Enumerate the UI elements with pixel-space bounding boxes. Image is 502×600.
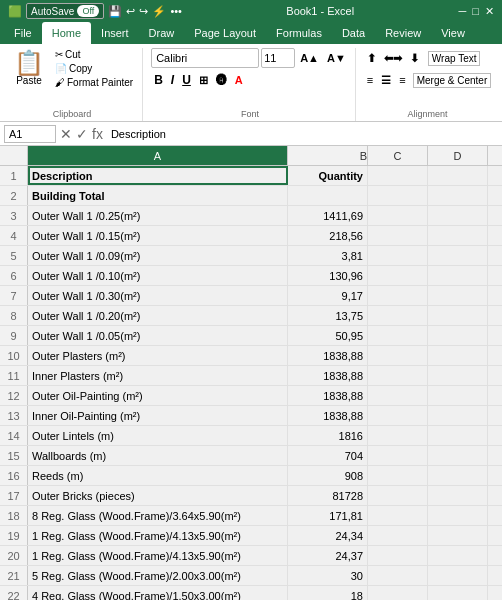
cell-a-15[interactable]: Wallboards (m) bbox=[28, 446, 288, 465]
cell-b-16[interactable]: 908 bbox=[288, 466, 368, 485]
cell-c-10[interactable] bbox=[368, 346, 428, 365]
cell-a-14[interactable]: Outer Lintels (m) bbox=[28, 426, 288, 445]
cell-c-4[interactable] bbox=[368, 226, 428, 245]
row-number[interactable]: 13 bbox=[0, 406, 28, 425]
cell-a-5[interactable]: Outer Wall 1 /0.09(m²) bbox=[28, 246, 288, 265]
tab-view[interactable]: View bbox=[431, 22, 475, 44]
tab-draw[interactable]: Draw bbox=[139, 22, 185, 44]
col-header-d[interactable]: D bbox=[428, 146, 488, 165]
row-number[interactable]: 19 bbox=[0, 526, 28, 545]
cell-d-22[interactable] bbox=[428, 586, 488, 600]
row-number[interactable]: 10 bbox=[0, 346, 28, 365]
cell-b-4[interactable]: 218,56 bbox=[288, 226, 368, 245]
cell-d-19[interactable] bbox=[428, 526, 488, 545]
tab-insert[interactable]: Insert bbox=[91, 22, 139, 44]
cell-a-10[interactable]: Outer Plasters (m²) bbox=[28, 346, 288, 365]
cell-c-17[interactable] bbox=[368, 486, 428, 505]
minimize-btn[interactable]: ─ bbox=[459, 5, 467, 18]
cell-e-5[interactable] bbox=[488, 246, 502, 265]
cell-d-4[interactable] bbox=[428, 226, 488, 245]
cell-c-21[interactable] bbox=[368, 566, 428, 585]
cell-d-10[interactable] bbox=[428, 346, 488, 365]
row-number[interactable]: 8 bbox=[0, 306, 28, 325]
cell-d-7[interactable] bbox=[428, 286, 488, 305]
cell-a-13[interactable]: Inner Oil-Painting (m²) bbox=[28, 406, 288, 425]
cell-b-2[interactable] bbox=[288, 186, 368, 205]
cell-d-15[interactable] bbox=[428, 446, 488, 465]
cell-b-22[interactable]: 18 bbox=[288, 586, 368, 600]
cell-d-14[interactable] bbox=[428, 426, 488, 445]
cell-d-8[interactable] bbox=[428, 306, 488, 325]
cell-b-20[interactable]: 24,37 bbox=[288, 546, 368, 565]
autosave-toggle[interactable]: Off bbox=[77, 5, 99, 17]
cell-b-1[interactable]: Quantity bbox=[288, 166, 368, 185]
cell-d-3[interactable] bbox=[428, 206, 488, 225]
redo-icon[interactable]: ↪ bbox=[139, 5, 148, 18]
cell-b-9[interactable]: 50,95 bbox=[288, 326, 368, 345]
tab-page-layout[interactable]: Page Layout bbox=[184, 22, 266, 44]
cell-e-13[interactable] bbox=[488, 406, 502, 425]
cell-d-13[interactable] bbox=[428, 406, 488, 425]
cancel-icon[interactable]: ✕ bbox=[60, 126, 72, 142]
cell-c-11[interactable] bbox=[368, 366, 428, 385]
quick-access-icon[interactable]: ⚡ bbox=[152, 5, 166, 18]
row-number[interactable]: 3 bbox=[0, 206, 28, 225]
cell-c-14[interactable] bbox=[368, 426, 428, 445]
cell-d-12[interactable] bbox=[428, 386, 488, 405]
row-number[interactable]: 2 bbox=[0, 186, 28, 205]
merge-center-btn[interactable]: Merge & Center bbox=[413, 73, 492, 88]
cell-b-14[interactable]: 1816 bbox=[288, 426, 368, 445]
cell-a-1[interactable]: Description bbox=[28, 166, 288, 185]
row-number[interactable]: 18 bbox=[0, 506, 28, 525]
cell-e-6[interactable] bbox=[488, 266, 502, 285]
row-number[interactable]: 14 bbox=[0, 426, 28, 445]
fill-color-button[interactable]: 🅐 bbox=[213, 70, 230, 90]
row-number[interactable]: 22 bbox=[0, 586, 28, 600]
autosave-badge[interactable]: AutoSave Off bbox=[26, 3, 104, 19]
cell-b-19[interactable]: 24,34 bbox=[288, 526, 368, 545]
align-bottom-btn[interactable]: ⬇ bbox=[407, 48, 422, 68]
cell-b-12[interactable]: 1838,88 bbox=[288, 386, 368, 405]
cell-a-8[interactable]: Outer Wall 1 /0.20(m²) bbox=[28, 306, 288, 325]
cell-e-12[interactable] bbox=[488, 386, 502, 405]
cell-b-8[interactable]: 13,75 bbox=[288, 306, 368, 325]
cell-a-21[interactable]: 5 Reg. Glass (Wood.Frame)/2.00x3.00(m²) bbox=[28, 566, 288, 585]
cell-a-6[interactable]: Outer Wall 1 /0.10(m²) bbox=[28, 266, 288, 285]
cell-c-15[interactable] bbox=[368, 446, 428, 465]
maximize-btn[interactable]: □ bbox=[472, 5, 479, 18]
tab-home[interactable]: Home bbox=[42, 22, 91, 44]
cell-reference-input[interactable] bbox=[4, 125, 56, 143]
cell-e-19[interactable] bbox=[488, 526, 502, 545]
cell-c-8[interactable] bbox=[368, 306, 428, 325]
confirm-icon[interactable]: ✓ bbox=[76, 126, 88, 142]
cell-c-1[interactable] bbox=[368, 166, 428, 185]
cell-a-20[interactable]: 1 Reg. Glass (Wood.Frame)/4.13x5.90(m²) bbox=[28, 546, 288, 565]
cell-e-14[interactable] bbox=[488, 426, 502, 445]
tab-file[interactable]: File bbox=[4, 22, 42, 44]
formula-input[interactable] bbox=[107, 127, 498, 141]
cell-e-4[interactable] bbox=[488, 226, 502, 245]
align-center-btn[interactable]: ☰ bbox=[378, 70, 394, 90]
tab-formulas[interactable]: Formulas bbox=[266, 22, 332, 44]
cell-d-16[interactable] bbox=[428, 466, 488, 485]
cell-c-2[interactable] bbox=[368, 186, 428, 205]
row-number[interactable]: 5 bbox=[0, 246, 28, 265]
cell-a-16[interactable]: Reeds (m) bbox=[28, 466, 288, 485]
cell-a-11[interactable]: Inner Plasters (m²) bbox=[28, 366, 288, 385]
align-left-btn[interactable]: ≡ bbox=[364, 70, 376, 90]
cell-c-12[interactable] bbox=[368, 386, 428, 405]
function-icon[interactable]: fx bbox=[92, 126, 103, 142]
cell-b-5[interactable]: 3,81 bbox=[288, 246, 368, 265]
font-color-button[interactable]: A bbox=[232, 70, 246, 90]
wrap-text-btn[interactable]: Wrap Text bbox=[428, 51, 481, 66]
cell-c-7[interactable] bbox=[368, 286, 428, 305]
cell-e-8[interactable] bbox=[488, 306, 502, 325]
cell-e-22[interactable] bbox=[488, 586, 502, 600]
cell-b-21[interactable]: 30 bbox=[288, 566, 368, 585]
cell-c-6[interactable] bbox=[368, 266, 428, 285]
border-button[interactable]: ⊞ bbox=[196, 70, 211, 90]
row-number[interactable]: 1 bbox=[0, 166, 28, 185]
cell-c-16[interactable] bbox=[368, 466, 428, 485]
cell-d-21[interactable] bbox=[428, 566, 488, 585]
cell-b-17[interactable]: 81728 bbox=[288, 486, 368, 505]
